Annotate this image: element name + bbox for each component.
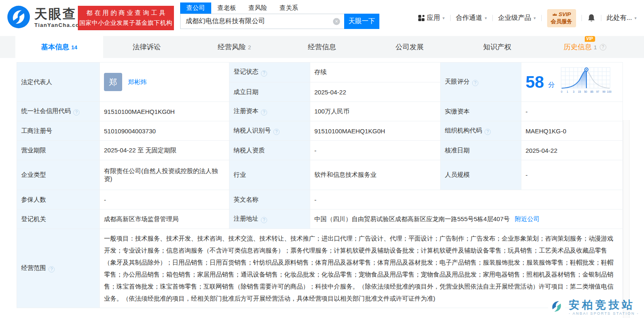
org-code-value: MAEHQ1KG-0 xyxy=(521,121,623,141)
field-label-registration-status: 登记状态? xyxy=(229,63,310,82)
taxpayer-quality-value: - xyxy=(310,141,441,160)
nav-item-more[interactable]: 此处有... ▾ xyxy=(607,14,637,22)
brand-domain: TianYanCha.com xyxy=(34,22,84,28)
anbai-watermark: 安柏竞技站 - ANBAI SPORTS STATION - xyxy=(548,297,639,317)
search-tab-company[interactable]: 查公司 xyxy=(180,2,211,14)
registration-status-value: 存续 xyxy=(310,63,441,82)
chevron-down-icon: ▾ xyxy=(485,16,487,20)
tab-legal-proceedings[interactable]: 法律诉讼 xyxy=(103,36,191,58)
svip-member-button[interactable]: SVIP 会员服务 xyxy=(547,9,576,27)
watermark-subtitle: - ANBAI SPORTS STATION - xyxy=(569,311,639,316)
section-tabbar: 基本信息 14 法律诉讼 经营风险 2 经营信息 公司发展 知识产权 历史信息 … xyxy=(0,36,644,58)
brand-name: 天眼查 xyxy=(34,7,84,21)
watermark-name: 安柏竞技站 xyxy=(569,299,639,311)
company-info-table: 法定代表人 郑 郑彬炜 登记状态? 存续 天眼评分? 58 分 xyxy=(17,62,623,308)
slogan-line2: 国家中小企业发展子基金旗下机构 xyxy=(80,19,173,27)
registration-authority-value: 成都高新区市场监督管理局 xyxy=(100,210,229,229)
field-label-uscc: 统一社会信用代码? xyxy=(17,102,100,121)
tab-label: 法律诉讼 xyxy=(133,42,161,52)
nav-enterprise-label: 企业级产品 xyxy=(498,14,531,22)
search-button[interactable]: 天眼一下 xyxy=(344,14,379,29)
nav-divider xyxy=(492,15,493,21)
registered-address-cell: 中国（四川）自由贸易试验区成都高新区应龙南一路555号5栋4层407号 附近公司 xyxy=(310,210,623,229)
svg-text:100: 100 xyxy=(607,90,611,93)
field-label-establish-date: 成立日期 xyxy=(229,82,310,102)
field-label-tianyan-score: 天眼评分? xyxy=(441,63,521,102)
nav-divider xyxy=(581,15,582,21)
tab-history-info[interactable]: 历史信息 VIP 1 ? xyxy=(541,36,629,58)
legal-representative-link[interactable]: 郑彬炜 xyxy=(128,78,147,86)
nav-cooperation-label: 合作通道 xyxy=(456,14,482,22)
help-icon[interactable]: ? xyxy=(261,217,267,223)
tab-label: 经营风险 xyxy=(218,42,246,52)
nav-item-apps[interactable]: 应用 ▾ xyxy=(418,14,445,22)
approval-date-value: 2025-04-22 xyxy=(521,141,623,160)
registered-address-value: 中国（四川）自由贸易试验区成都高新区应龙南一路555号5栋4层407号 xyxy=(314,215,510,222)
nav-item-enterprise[interactable]: 企业级产品 ▾ xyxy=(498,14,536,22)
svg-text:97: 97 xyxy=(596,90,599,93)
business-scope-value: 一般项目：技术服务、技术开发、技术咨询、技术交流、技术转让、技术推广；进出口代理… xyxy=(100,229,623,308)
tab-label: 知识产权 xyxy=(483,42,511,52)
score-distribution-chart: 0 1 3 15 50 85 97 99 100 xyxy=(559,66,612,98)
field-label-registered-capital: 注册资本? xyxy=(229,102,310,121)
tab-label: 历史信息 xyxy=(564,43,592,51)
search-tab-risk[interactable]: 查风险 xyxy=(242,2,273,14)
slogan-line1: 都在用的商业查询工具 xyxy=(85,9,167,17)
taxpayer-id-value: 91510100MAEHQ1KG0H xyxy=(310,121,441,141)
vip-badge: VIP xyxy=(585,36,595,42)
scrollbar[interactable] xyxy=(623,120,630,318)
nav-divider xyxy=(450,15,451,21)
clear-icon[interactable]: × xyxy=(333,18,340,25)
nav-divider xyxy=(541,15,542,21)
field-label-company-type: 企业类型 xyxy=(17,160,100,190)
help-icon[interactable]: ? xyxy=(48,266,55,272)
tab-operating-risk[interactable]: 经营风险 2 xyxy=(191,36,278,58)
search-tab-boss[interactable]: 查老板 xyxy=(211,2,242,14)
tab-company-development[interactable]: 公司发展 xyxy=(366,36,453,58)
tianyancha-logo[interactable]: 天眼查 TianYanCha.com xyxy=(7,5,84,31)
registered-capital-value: 100万人民币 xyxy=(310,102,441,121)
top-nav: 应用 ▾ 合作通道 ▾ 企业级产品 ▾ SVIP 会员服务 xyxy=(418,0,637,36)
field-label-insured-count: 参保人数 xyxy=(17,190,100,210)
field-label-english-name: 英文名称 xyxy=(229,190,310,210)
help-icon[interactable]: ? xyxy=(485,129,491,135)
svg-text:3: 3 xyxy=(573,90,574,93)
paid-capital-value: - xyxy=(521,102,623,121)
tianyan-score-cell: 58 分 xyxy=(521,63,623,102)
svg-text:0: 0 xyxy=(561,90,562,93)
field-label-industry: 行业 xyxy=(229,160,310,190)
search-tab-relation[interactable]: 查关系 xyxy=(273,2,304,14)
nearby-companies-link[interactable]: 附近公司 xyxy=(515,215,540,222)
svg-text:15: 15 xyxy=(578,90,581,93)
field-label-registered-address: 注册地址? xyxy=(229,210,310,229)
avatar: 郑 xyxy=(104,73,122,91)
help-icon[interactable]: ? xyxy=(472,80,478,86)
tab-business-info[interactable]: 经营信息 xyxy=(278,36,366,58)
english-name-value: - xyxy=(310,190,623,210)
legal-representative-cell: 郑 郑彬炜 xyxy=(100,63,229,102)
search-input[interactable] xyxy=(181,14,344,29)
field-label-legal-representative: 法定代表人 xyxy=(17,63,100,102)
registration-number-value: 510109004003730 xyxy=(100,121,229,141)
field-label-business-term: 营业期限 xyxy=(17,141,100,160)
field-label-staff-size: 人员规模 xyxy=(441,160,521,190)
field-label-approval-date: 核准日期 xyxy=(441,141,521,160)
search-area: 查公司 查老板 查风险 查关系 × 天眼一下 xyxy=(180,2,379,29)
tab-basic-info[interactable]: 基本信息 14 xyxy=(15,36,103,58)
help-icon[interactable]: ? xyxy=(600,44,606,51)
help-icon[interactable]: ? xyxy=(261,109,267,116)
svg-text:85: 85 xyxy=(590,90,593,93)
help-icon[interactable]: ? xyxy=(273,129,280,135)
insured-count-value: - xyxy=(100,190,229,210)
help-icon[interactable]: ? xyxy=(261,70,267,77)
bell-icon[interactable] xyxy=(587,14,596,22)
crown-icon xyxy=(552,11,557,17)
chevron-down-icon: ▾ xyxy=(534,16,536,20)
business-term-value: 2025-04-22 至 无固定期限 xyxy=(100,141,229,160)
company-type-value: 有限责任公司(自然人投资或控股的法人独资) xyxy=(100,160,229,190)
field-label-taxpayer-quality: 纳税人资质 xyxy=(229,141,310,160)
help-icon[interactable]: ? xyxy=(73,109,80,116)
nav-item-cooperation[interactable]: 合作通道 ▾ xyxy=(456,14,487,22)
tab-intellectual-property[interactable]: 知识产权 xyxy=(453,36,541,58)
slogan-badge: 都在用的商业查询工具 国家中小企业发展子基金旗下机构 xyxy=(78,6,174,30)
